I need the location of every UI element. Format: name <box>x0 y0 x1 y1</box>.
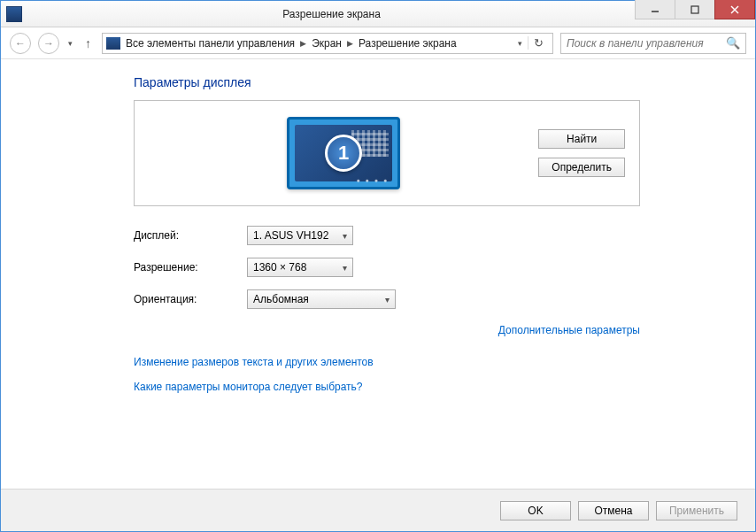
search-box[interactable]: 🔍 <box>560 33 746 54</box>
maximize-icon <box>690 5 699 14</box>
window: Разрешение экрана ← → ▾ ↑ Все элементы п… <box>0 0 756 532</box>
cancel-button[interactable]: Отмена <box>578 501 649 520</box>
minimize-button[interactable] <box>635 0 675 19</box>
history-dropdown[interactable]: ▾ <box>66 39 74 48</box>
page-heading: Параметры дисплея <box>134 75 640 89</box>
display-value: 1. ASUS VH192 <box>253 229 328 242</box>
advanced-settings-link[interactable]: Дополнительные параметры <box>498 324 640 336</box>
help-link[interactable]: Какие параметры монитора следует выбрать… <box>134 381 363 393</box>
orientation-value: Альбомная <box>253 293 309 305</box>
footer-bar: OK Отмена Применить <box>1 489 755 531</box>
address-bar[interactable]: Все элементы панели управления ▶ Экран ▶… <box>102 33 553 54</box>
address-dropdown[interactable]: ▾ <box>518 39 522 48</box>
preview-side-buttons: Найти Определить <box>538 129 625 177</box>
close-icon <box>730 5 739 14</box>
resize-text-link[interactable]: Изменение размеров текста и других элеме… <box>134 356 374 368</box>
window-title: Разрешение экрана <box>27 8 636 20</box>
minimize-icon <box>651 5 660 14</box>
back-button[interactable]: ← <box>10 33 31 54</box>
preview-center: ● ● ● ● 1 <box>149 117 538 189</box>
monitor-number-badge: 1 <box>325 135 362 172</box>
titlebar: Разрешение экрана <box>1 1 755 27</box>
resolution-value: 1360 × 768 <box>253 261 306 274</box>
ok-button[interactable]: OK <box>500 501 571 520</box>
orientation-row: Ориентация: Альбомная <box>134 289 640 309</box>
search-input[interactable] <box>567 37 726 50</box>
resolution-select[interactable]: 1360 × 768 <box>247 258 353 277</box>
up-button[interactable]: ↑ <box>81 36 95 50</box>
chevron-right-icon: ▶ <box>347 39 353 48</box>
content-area: Параметры дисплея ● ● ● ● 1 Найти Опреде… <box>1 59 755 489</box>
breadcrumb-item[interactable]: Все элементы панели управления <box>126 37 295 50</box>
svg-rect-1 <box>691 6 698 13</box>
resolution-label: Разрешение: <box>134 261 247 274</box>
navbar: ← → ▾ ↑ Все элементы панели управления ▶… <box>1 27 755 59</box>
monitor-dots: ● ● ● ● <box>356 177 389 183</box>
breadcrumb-item[interactable]: Экран <box>312 37 342 50</box>
search-icon[interactable]: 🔍 <box>726 36 740 50</box>
monitor-preview[interactable]: ● ● ● ● 1 <box>287 117 400 189</box>
chevron-right-icon: ▶ <box>300 39 306 48</box>
resolution-row: Разрешение: 1360 × 768 <box>134 258 640 277</box>
display-label: Дисплей: <box>134 229 247 242</box>
identify-button[interactable]: Определить <box>538 158 625 177</box>
window-controls <box>636 1 755 27</box>
app-icon <box>6 6 22 22</box>
maximize-button[interactable] <box>675 0 715 19</box>
display-select[interactable]: 1. ASUS VH192 <box>247 226 353 245</box>
orientation-select[interactable]: Альбомная <box>247 289 396 309</box>
close-button[interactable] <box>714 0 755 19</box>
display-row: Дисплей: 1. ASUS VH192 <box>134 226 640 245</box>
apply-button[interactable]: Применить <box>656 501 737 520</box>
refresh-button[interactable]: ↻ <box>528 36 549 50</box>
forward-button[interactable]: → <box>38 33 59 54</box>
breadcrumb-item[interactable]: Разрешение экрана <box>359 37 457 50</box>
display-preview-box: ● ● ● ● 1 Найти Определить <box>134 100 640 206</box>
orientation-label: Ориентация: <box>134 293 247 305</box>
find-button[interactable]: Найти <box>538 129 625 149</box>
advanced-link-row: Дополнительные параметры <box>134 321 640 337</box>
control-panel-icon <box>106 37 120 50</box>
